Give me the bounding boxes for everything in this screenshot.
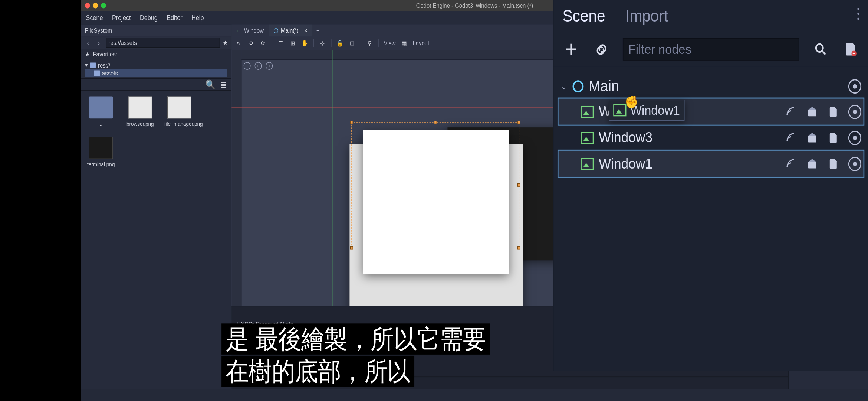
- list-view-icon[interactable]: ≣: [220, 79, 227, 89]
- status-bar: [81, 389, 868, 401]
- file-parent[interactable]: ..: [86, 97, 116, 127]
- signal-icon[interactable]: [785, 157, 797, 170]
- collapse-icon[interactable]: ⌄: [560, 82, 568, 91]
- menu-editor[interactable]: Editor: [167, 14, 182, 22]
- window-title: Godot Engine - Godot3_windows - Main.tsc…: [416, 2, 533, 9]
- menu-help[interactable]: Help: [191, 14, 204, 22]
- folder-icon: [94, 70, 100, 76]
- favorites-label: ★ Favorites:: [81, 49, 231, 60]
- drag-ghost: Window1: [609, 100, 684, 121]
- layout-menu[interactable]: Layout: [413, 40, 430, 46]
- window-controls[interactable]: [85, 3, 106, 8]
- dock-tab-import[interactable]: Import: [625, 6, 668, 25]
- resize-handle[interactable]: [517, 121, 520, 124]
- tab-window[interactable]: ▭Window: [231, 25, 269, 37]
- filesystem-header: FileSystem ⋮: [81, 25, 231, 37]
- texturerect-icon: [581, 157, 594, 170]
- folder-icon: [90, 62, 96, 68]
- zoom-out-icon[interactable]: −: [244, 62, 251, 70]
- tree-root[interactable]: ▾res://: [85, 61, 227, 69]
- scene-dock-zoomed: Scene Import Filter nodes ⌄ Main Window2: [553, 0, 868, 371]
- node2d-icon: [274, 28, 278, 33]
- menu-scene[interactable]: Scene: [86, 14, 103, 22]
- menu-debug[interactable]: Debug: [140, 14, 158, 22]
- instance-icon[interactable]: [806, 105, 818, 118]
- list-tool-icon[interactable]: ☰: [277, 39, 284, 47]
- visibility-icon[interactable]: [848, 79, 861, 94]
- script-icon[interactable]: [827, 131, 839, 144]
- path-input[interactable]: [106, 38, 220, 48]
- zoom-reset-icon[interactable]: ○: [254, 62, 262, 70]
- tree-assets[interactable]: assets: [85, 69, 227, 77]
- axis-y: [332, 50, 332, 306]
- image-thumb: [128, 97, 152, 119]
- bone-icon[interactable]: ⚲: [366, 39, 373, 47]
- search-icon[interactable]: [812, 40, 829, 59]
- dock-menu-icon[interactable]: [857, 8, 859, 20]
- resize-handle[interactable]: [350, 121, 353, 124]
- visibility-icon[interactable]: [848, 130, 861, 145]
- resize-handle[interactable]: [350, 246, 353, 249]
- svg-point-0: [816, 44, 823, 52]
- folder-icon: [89, 97, 113, 119]
- image-thumb: [167, 97, 191, 119]
- close-icon[interactable]: [85, 3, 90, 8]
- scene-node-window3[interactable]: Window3: [559, 125, 864, 151]
- panel-menu-icon[interactable]: ⋮: [221, 27, 227, 34]
- new-tab-button[interactable]: +: [312, 27, 323, 34]
- node-label: Window1: [599, 155, 652, 172]
- tab-main[interactable]: Main(*)×: [269, 25, 313, 37]
- node2d-icon: [573, 80, 584, 92]
- add-node-icon[interactable]: [562, 40, 579, 59]
- snap-config-icon[interactable]: ⊹: [319, 39, 326, 47]
- menu-project[interactable]: Project: [112, 14, 131, 22]
- visibility-icon[interactable]: [848, 104, 861, 119]
- zoom-icon[interactable]: [101, 3, 106, 8]
- visibility-icon[interactable]: [848, 156, 861, 171]
- file-terminal[interactable]: terminal.png: [86, 137, 116, 167]
- svg-rect-3: [808, 136, 816, 142]
- move-tool-icon[interactable]: ✥: [248, 39, 255, 47]
- lock-icon[interactable]: 🔒: [336, 39, 343, 47]
- view-menu[interactable]: View: [384, 40, 395, 46]
- attach-script-icon[interactable]: [842, 40, 859, 59]
- filter-nodes-input[interactable]: Filter nodes: [623, 38, 799, 60]
- layout-icon[interactable]: ▦: [401, 39, 408, 47]
- nav-fwd-icon[interactable]: ›: [95, 39, 103, 46]
- rotate-tool-icon[interactable]: ⟳: [260, 39, 267, 47]
- scene-node-window2[interactable]: Window2 Window1 ✊: [559, 99, 864, 125]
- resize-handle[interactable]: [434, 121, 437, 124]
- group-icon[interactable]: ⊡: [349, 39, 356, 47]
- texturerect-icon: [581, 105, 594, 118]
- dock-tab-scene[interactable]: Scene: [562, 6, 605, 25]
- nav-back-icon[interactable]: ‹: [84, 39, 92, 46]
- resize-handle[interactable]: [517, 183, 520, 187]
- ruler-vertical: [231, 50, 241, 306]
- instance-icon[interactable]: [806, 157, 818, 170]
- filesystem-title: FileSystem: [85, 27, 112, 34]
- pan-tool-icon[interactable]: ✋: [301, 39, 308, 47]
- snap-tool-icon[interactable]: ⊞: [289, 39, 296, 47]
- scene-node-main[interactable]: ⌄ Main: [559, 74, 864, 99]
- close-tab-icon[interactable]: ×: [304, 27, 308, 34]
- file-browser[interactable]: browser.png: [125, 97, 155, 127]
- texturerect-icon: [613, 104, 626, 116]
- signal-icon[interactable]: [785, 105, 797, 118]
- minimize-icon[interactable]: [93, 3, 98, 8]
- zoom-in-icon[interactable]: +: [266, 62, 273, 70]
- search-icon[interactable]: 🔍: [206, 79, 216, 89]
- svg-rect-2: [808, 110, 816, 116]
- instance-icon[interactable]: [806, 131, 818, 144]
- select-tool-icon[interactable]: ↖: [236, 39, 243, 47]
- favorite-star-icon[interactable]: ★: [223, 39, 228, 46]
- scene-node-window1[interactable]: Window1: [559, 151, 864, 177]
- instance-scene-icon[interactable]: [593, 40, 610, 59]
- selection-rect[interactable]: [351, 122, 519, 248]
- signal-icon[interactable]: [785, 131, 797, 144]
- subtitle-overlay: 是 最後繪製，所以它需要 在樹的底部，所以: [221, 323, 490, 387]
- svg-rect-4: [808, 162, 816, 168]
- script-icon[interactable]: [827, 105, 839, 118]
- script-icon[interactable]: [827, 157, 839, 170]
- file-file-manager[interactable]: file_manager.png: [164, 97, 194, 127]
- resize-handle[interactable]: [517, 246, 520, 249]
